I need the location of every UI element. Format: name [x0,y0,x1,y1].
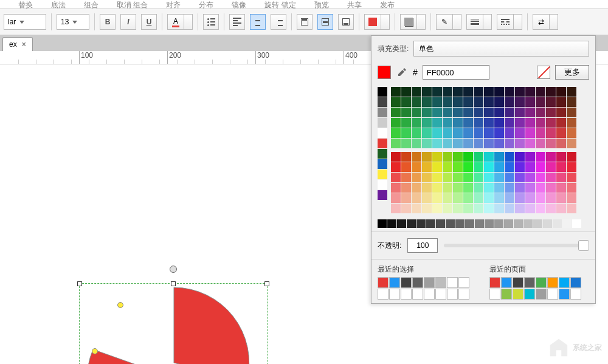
color-swatch[interactable] [422,139,432,148]
resize-handle[interactable] [264,281,269,286]
color-swatch[interactable] [524,289,535,300]
color-swatch[interactable] [525,97,535,107]
valign-top-button[interactable] [297,14,313,30]
pie-shape[interactable] [80,284,268,364]
color-swatch[interactable] [474,173,483,182]
opacity-input[interactable] [407,238,438,253]
color-swatch[interactable] [432,204,442,213]
color-swatch[interactable] [463,183,473,193]
color-swatch[interactable] [567,118,576,128]
color-swatch[interactable] [453,97,463,107]
color-swatch[interactable] [412,108,421,117]
color-swatch[interactable] [567,204,576,213]
color-swatch[interactable] [474,152,483,162]
color-swatch[interactable] [422,193,432,203]
color-swatch[interactable] [513,277,523,288]
color-swatch[interactable] [453,183,463,193]
menu-item[interactable]: 组合 [84,0,98,9]
color-swatch[interactable] [505,152,514,162]
color-swatch[interactable] [484,183,494,193]
color-swatch[interactable] [525,152,535,162]
color-swatch[interactable] [484,139,494,148]
color-swatch[interactable] [463,204,473,213]
color-swatch[interactable] [391,139,401,148]
color-swatch[interactable] [378,170,387,179]
color-swatch[interactable] [536,139,545,148]
color-swatch[interactable] [453,108,463,117]
color-swatch[interactable] [463,193,473,203]
color-swatch[interactable] [401,162,411,172]
fill-color-button[interactable] [364,14,390,30]
color-swatch[interactable] [567,139,576,148]
color-swatch[interactable] [562,219,572,228]
color-swatch[interactable] [412,87,421,97]
color-swatch[interactable] [515,152,525,162]
color-swatch[interactable] [447,289,458,300]
text-color-button[interactable]: A [167,14,193,30]
vertex-handle[interactable] [92,348,98,354]
color-swatch[interactable] [505,139,514,148]
color-swatch[interactable] [567,162,576,172]
color-swatch[interactable] [443,162,452,172]
color-swatch[interactable] [567,97,576,107]
color-swatch[interactable] [567,173,576,182]
color-swatch[interactable] [556,162,566,172]
color-swatch[interactable] [494,183,504,193]
color-swatch[interactable] [397,219,406,228]
color-swatch[interactable] [378,159,387,169]
color-swatch[interactable] [389,277,400,288]
color-swatch[interactable] [494,128,504,138]
color-swatch[interactable] [463,128,473,138]
color-swatch[interactable] [525,193,535,203]
color-swatch[interactable] [515,162,525,172]
color-swatch[interactable] [432,87,442,97]
align-center-button[interactable] [250,14,266,30]
color-swatch[interactable] [401,139,411,148]
color-swatch[interactable] [505,173,514,182]
underline-button[interactable]: U [141,14,157,30]
color-swatch[interactable] [378,277,389,288]
color-swatch[interactable] [391,87,401,97]
color-swatch[interactable] [556,97,566,107]
color-swatch[interactable] [515,87,525,97]
color-swatch[interactable] [432,108,442,117]
bullet-list-button[interactable] [203,14,219,30]
color-swatch[interactable] [443,173,452,182]
color-swatch[interactable] [401,87,411,97]
color-swatch[interactable] [536,183,545,193]
color-swatch[interactable] [494,162,504,172]
align-right-button[interactable] [271,14,286,30]
color-swatch[interactable] [546,128,556,138]
color-swatch[interactable] [447,277,458,288]
color-swatch[interactable] [546,108,556,117]
color-swatch[interactable] [547,277,558,288]
color-swatch[interactable] [412,152,421,162]
color-swatch[interactable] [546,87,556,97]
color-swatch[interactable] [536,173,545,182]
color-swatch[interactable] [474,118,483,128]
color-swatch[interactable] [401,97,411,107]
color-swatch[interactable] [412,128,421,138]
color-swatch[interactable] [567,152,576,162]
color-swatch[interactable] [378,289,389,300]
color-swatch[interactable] [556,193,566,203]
color-swatch[interactable] [426,219,435,228]
color-swatch[interactable] [458,289,469,300]
color-swatch[interactable] [378,180,387,190]
italic-button[interactable]: I [120,14,136,30]
color-swatch[interactable] [443,87,452,97]
color-swatch[interactable] [494,118,504,128]
color-swatch[interactable] [453,87,463,97]
menu-item[interactable]: 预览 [314,0,329,9]
color-swatch[interactable] [424,289,435,300]
color-swatch[interactable] [443,97,452,107]
color-swatch[interactable] [401,118,411,128]
color-swatch[interactable] [536,87,545,97]
color-swatch[interactable] [556,152,566,162]
slider-thumb[interactable] [578,240,589,251]
color-swatch[interactable] [422,108,432,117]
color-swatch[interactable] [546,162,556,172]
color-swatch[interactable] [515,118,525,128]
color-swatch[interactable] [484,204,494,213]
color-swatch[interactable] [443,152,452,162]
